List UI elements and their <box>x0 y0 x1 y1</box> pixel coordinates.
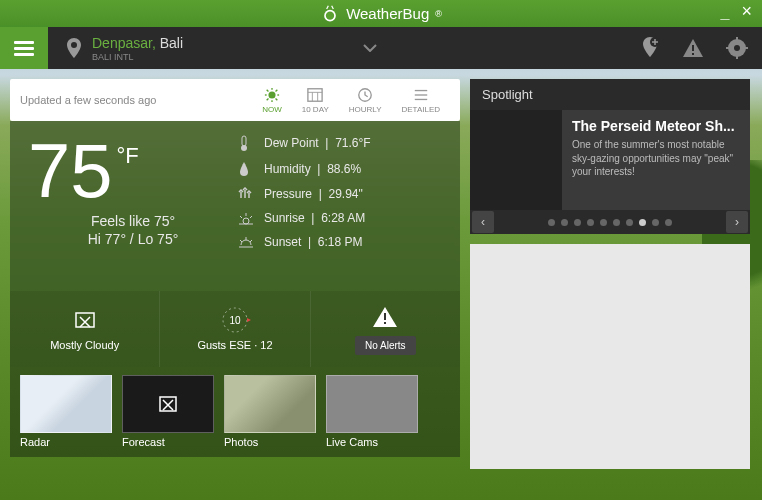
svg-rect-28 <box>242 136 246 146</box>
ad-placeholder <box>470 244 750 469</box>
spotlight-dot[interactable] <box>626 219 633 226</box>
sunset-icon <box>238 235 254 249</box>
svg-rect-10 <box>744 47 748 49</box>
trademark: ® <box>435 9 442 19</box>
svg-line-16 <box>267 89 269 91</box>
svg-rect-43 <box>384 313 386 320</box>
location-selector[interactable]: Denpasar, Bali BALI INTL <box>92 35 183 62</box>
temperature-unit: °F <box>117 143 139 169</box>
location-pin-icon <box>66 38 82 58</box>
spotlight-dot[interactable] <box>652 219 659 226</box>
photos-thumbnail <box>224 375 316 433</box>
condition-cell: Mostly Cloudy <box>10 291 160 367</box>
spotlight-dot[interactable] <box>548 219 555 226</box>
spotlight-panel: Spotlight The Perseid Meteor Sh... One o… <box>470 79 750 234</box>
svg-line-38 <box>250 240 252 242</box>
svg-rect-3 <box>692 45 694 51</box>
tab-detailed-label: DETAILED <box>401 105 440 114</box>
thumbnails-row: Radar Forecast Photos Live Cams <box>10 367 460 457</box>
hamburger-icon <box>14 38 34 59</box>
svg-line-17 <box>276 98 278 100</box>
close-button[interactable]: × <box>741 4 752 22</box>
location-sub: BALI INTL <box>92 52 183 62</box>
tab-detailed[interactable]: DETAILED <box>391 87 450 114</box>
thumb-livecams[interactable]: Live Cams <box>326 375 418 449</box>
spotlight-dot[interactable] <box>665 219 672 226</box>
sun-icon <box>263 87 281 103</box>
tabs-bar: Updated a few seconds ago NOW 10 DAY HOU… <box>10 79 460 121</box>
svg-text:10: 10 <box>229 315 241 326</box>
tab-10day-label: 10 DAY <box>302 105 329 114</box>
location-region: Bali <box>160 35 183 51</box>
wind-cell: 10 Gusts ESE · 12 <box>160 291 310 367</box>
pressure-icon <box>238 187 254 201</box>
tab-now-label: NOW <box>262 105 282 114</box>
svg-point-11 <box>268 91 275 98</box>
feels-like: Feels like 75° <box>28 213 238 229</box>
wind-label: Gusts ESE · 12 <box>197 339 272 351</box>
app-name: WeatherBug <box>346 5 429 22</box>
svg-point-30 <box>243 218 249 224</box>
tab-hourly[interactable]: HOURLY <box>339 87 392 114</box>
clock-icon <box>356 87 374 103</box>
svg-line-33 <box>240 216 242 218</box>
alert-triangle-icon <box>372 304 398 330</box>
droplet-icon <box>238 161 254 177</box>
cloud-icon <box>72 307 98 333</box>
svg-rect-8 <box>736 55 738 59</box>
spotlight-pagination: ‹ › <box>470 210 750 234</box>
forecast-thumbnail <box>122 375 214 433</box>
temperature-value: 75 <box>28 135 113 207</box>
svg-rect-44 <box>384 322 386 324</box>
alerts-cell: No Alerts <box>311 291 460 367</box>
livecams-thumbnail <box>326 375 418 433</box>
svg-rect-9 <box>726 47 730 49</box>
spotlight-heading: Spotlight <box>470 79 750 110</box>
tab-10day[interactable]: 10 DAY <box>292 87 339 114</box>
alerts-icon[interactable] <box>682 38 704 58</box>
status-row: Mostly Cloudy 10 Gusts ESE · 12 No Alert… <box>10 291 460 367</box>
location-dropdown-icon[interactable] <box>363 44 377 52</box>
no-alerts-button[interactable]: No Alerts <box>355 336 416 355</box>
spotlight-prev-button[interactable]: ‹ <box>472 211 494 233</box>
svg-point-6 <box>734 45 740 51</box>
weatherbug-icon <box>320 4 340 24</box>
spotlight-next-button[interactable]: › <box>726 211 748 233</box>
condition-label: Mostly Cloudy <box>50 339 119 351</box>
wind-gauge-icon: 10 <box>215 307 255 333</box>
svg-rect-4 <box>692 53 694 55</box>
detail-dewpoint: Dew Point | 71.6°F <box>238 135 442 151</box>
weather-panel: 75 °F Feels like 75° Hi 77° / Lo 75° Dew… <box>10 121 460 291</box>
thumb-forecast[interactable]: Forecast <box>122 375 214 449</box>
detail-sunset: Sunset | 6:18 PM <box>238 235 442 249</box>
hi-lo: Hi 77° / Lo 75° <box>28 231 238 247</box>
svg-marker-42 <box>247 318 251 322</box>
spotlight-card[interactable]: The Perseid Meteor Sh... One of the summ… <box>470 110 750 210</box>
nav-bar: Denpasar, Bali BALI INTL <box>0 27 762 69</box>
minimize-button[interactable]: _ <box>721 4 730 22</box>
thumb-radar[interactable]: Radar <box>20 375 112 449</box>
spotlight-dot[interactable] <box>587 219 594 226</box>
thumb-photos[interactable]: Photos <box>224 375 316 449</box>
title-bar: WeatherBug® _ × <box>0 0 762 27</box>
tab-now[interactable]: NOW <box>252 87 292 114</box>
settings-icon[interactable] <box>726 37 748 59</box>
spotlight-image <box>470 110 562 210</box>
list-icon <box>412 87 430 103</box>
spotlight-dot[interactable] <box>561 219 568 226</box>
menu-button[interactable] <box>0 27 48 69</box>
add-location-icon[interactable] <box>640 37 660 59</box>
spotlight-title: The Perseid Meteor Sh... <box>572 118 740 134</box>
thermometer-icon <box>238 135 254 151</box>
app-logo: WeatherBug® <box>320 4 442 24</box>
spotlight-dot[interactable] <box>574 219 581 226</box>
spotlight-desc: One of the summer's most notable sky-gaz… <box>572 138 740 179</box>
updated-label: Updated a few seconds ago <box>20 94 252 106</box>
radar-thumbnail <box>20 375 112 433</box>
spotlight-dot[interactable] <box>613 219 620 226</box>
spotlight-dot[interactable] <box>639 219 646 226</box>
svg-line-18 <box>267 98 269 100</box>
detail-sunrise: Sunrise | 6:28 AM <box>238 211 442 225</box>
svg-line-34 <box>250 216 252 218</box>
spotlight-dot[interactable] <box>600 219 607 226</box>
